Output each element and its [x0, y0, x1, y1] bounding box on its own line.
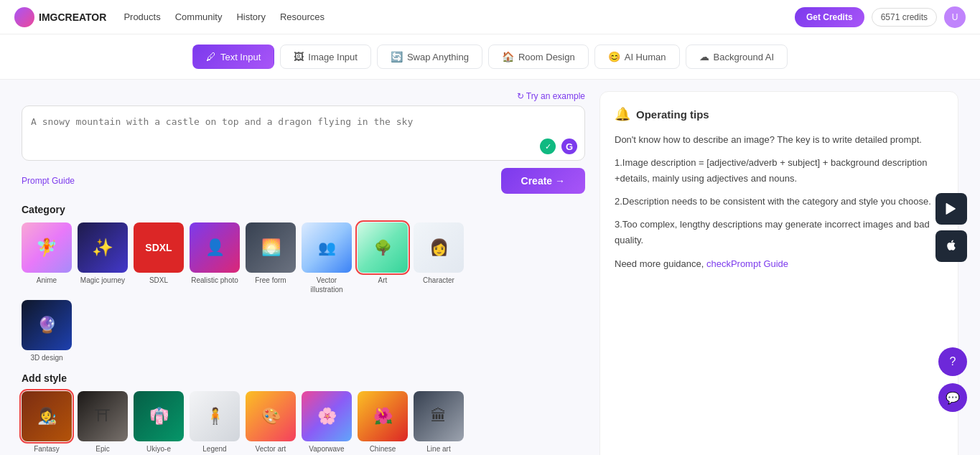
try-example-link[interactable]: ↻ Try an example — [22, 91, 585, 101]
nav-community[interactable]: Community — [175, 11, 223, 22]
category-item-realistic[interactable]: 👤 Realistic photo — [190, 222, 240, 294]
tips-guidance-link[interactable]: checkPrompt Guide — [706, 258, 788, 269]
tips-tip3: 3.Too complex, lengthy descriptions may … — [615, 217, 943, 248]
tab-image-input[interactable]: 🖼 Image Input — [280, 44, 371, 69]
category-thumb-realistic: 👤 — [190, 222, 240, 273]
category-item-magic[interactable]: ✨ Magic journey — [78, 222, 128, 294]
prompt-textarea[interactable] — [31, 115, 576, 149]
tab-text-input[interactable]: 🖊 Text Input — [192, 44, 274, 69]
style-thumb-ukiyo: 👘 — [134, 391, 184, 441]
category-label-freeform: Free form — [255, 276, 286, 285]
category-item-3d[interactable]: 🔮 3D design — [22, 300, 72, 362]
tips-content: Don't know how to describe an image? The… — [615, 132, 943, 272]
avatar-text: U — [952, 12, 958, 22]
tips-header: 🔔 Operating tips — [615, 106, 943, 122]
tips-guidance: Need more guidance, checkPrompt Guide — [615, 256, 943, 272]
prompt-create-row: Prompt Guide Create → — [22, 168, 585, 194]
style-label-legend: Legend — [202, 444, 226, 454]
category-thumb-anime: 🧚 — [22, 222, 72, 273]
category-label-3d: 3D design — [30, 353, 62, 362]
left-panel: ↻ Try an example ✓ G Prompt Guide Create… — [22, 91, 585, 455]
nav-products[interactable]: Products — [123, 11, 160, 22]
apple-icon — [945, 239, 958, 253]
style-item-epic[interactable]: ⛩ Epic — [78, 391, 128, 455]
nav-history[interactable]: History — [236, 11, 265, 22]
style-item-chinese[interactable]: 🌺 Chinese painting — [358, 391, 408, 455]
prompt-input-container: ✓ G — [22, 105, 585, 161]
style-item-lineart[interactable]: 🏛 Line art — [414, 391, 464, 455]
nav-resources[interactable]: Resources — [280, 11, 325, 22]
tab-ai-human[interactable]: 😊 AI Human — [594, 44, 680, 69]
prompt-guide-link[interactable]: Prompt Guide — [22, 176, 75, 186]
tab-image-input-icon: 🖼 — [294, 51, 304, 62]
style-thumb-legend: 🧍 — [190, 391, 240, 441]
tab-bg-ai-label: Background AI — [714, 52, 775, 62]
style-thumb-lineart: 🏛 — [414, 391, 464, 441]
category-thumb-freeform: 🌅 — [246, 222, 296, 273]
style-item-ukiyo[interactable]: 👘 Ukiyo-e — [134, 391, 184, 455]
category-item-freeform[interactable]: 🌅 Free form — [246, 222, 296, 294]
category-item-character[interactable]: 👩 Character — [414, 222, 464, 294]
category-label-sdxl: SDXL — [149, 276, 168, 285]
tab-image-input-label: Image Input — [308, 52, 358, 62]
tab-background-ai[interactable]: ☁ Background AI — [686, 44, 788, 69]
google-play-button[interactable] — [935, 193, 967, 225]
bell-icon: 🔔 — [615, 106, 630, 122]
main-layout: ↻ Try an example ✓ G Prompt Guide Create… — [0, 80, 980, 455]
logo-text: IMGCREATOR — [39, 11, 106, 23]
category-thumb-sdxl: SDXL — [134, 222, 184, 273]
category-label-magic: Magic journey — [80, 276, 125, 285]
apple-store-button[interactable] — [935, 230, 967, 262]
category-thumb-character: 👩 — [414, 222, 464, 273]
category-label-art: Art — [378, 276, 388, 285]
style-label-epic: Epic — [95, 444, 109, 454]
style-thumb-fantasy: 👩‍🎨 — [22, 391, 72, 441]
style-section-title: Add style — [22, 372, 585, 384]
category-item-sdxl[interactable]: SDXL SDXL — [134, 222, 184, 294]
tab-bg-ai-icon: ☁ — [699, 51, 709, 62]
category-section-title: Category — [22, 204, 585, 215]
avatar[interactable]: U — [944, 6, 966, 28]
style-item-legend[interactable]: 🧍 Legend — [190, 391, 240, 455]
style-label-vaporwave: Vaporwave — [309, 444, 344, 454]
style-thumb-vector-art: 🎨 — [246, 391, 296, 441]
category-item-vector[interactable]: 👥 Vector illustration — [302, 222, 352, 294]
category-thumb-magic: ✨ — [78, 222, 128, 273]
category-item-art[interactable]: 🌳 Art — [358, 222, 408, 294]
nav-links: Products Community History Resources — [123, 11, 325, 22]
tips-guidance-text: Need more guidance, — [615, 258, 706, 269]
tab-swap-anything[interactable]: 🔄 Swap Anything — [377, 44, 482, 69]
help-icon: ? — [950, 355, 956, 368]
play-store-icon — [944, 202, 958, 216]
help-button[interactable]: ? — [938, 347, 967, 376]
tab-room-icon: 🏠 — [502, 51, 514, 62]
category-label-anime: Anime — [37, 276, 57, 285]
grammar-check-icon[interactable]: ✓ — [540, 139, 556, 154]
create-button[interactable]: Create → — [501, 168, 585, 194]
category-grid: 🧚 Anime ✨ Magic journey SDXL SDXL 👤 Real… — [22, 222, 585, 294]
style-item-fantasy[interactable]: 👩‍🎨 Fantasy — [22, 391, 72, 455]
tab-room-design[interactable]: 🏠 Room Design — [488, 44, 589, 69]
tab-ai-human-label: AI Human — [625, 52, 666, 62]
style-item-vaporwave[interactable]: 🌸 Vaporwave — [302, 391, 352, 455]
style-thumb-vaporwave: 🌸 — [302, 391, 352, 441]
logo[interactable]: IMGCREATOR — [14, 7, 106, 27]
category-thumb-art: 🌳 — [358, 222, 408, 273]
get-credits-button[interactable]: Get Credits — [795, 7, 864, 27]
style-label-lineart: Line art — [426, 444, 450, 454]
category-thumb-3d: 🔮 — [22, 300, 72, 350]
category-item-anime[interactable]: 🧚 Anime — [22, 222, 72, 294]
grammarly-icon[interactable]: G — [561, 139, 577, 154]
style-item-vector-art[interactable]: 🎨 Vector art — [246, 391, 296, 455]
bottom-float-container: ? 💬 — [938, 347, 967, 412]
side-float-container — [935, 193, 967, 262]
category-label-character: Character — [423, 276, 454, 285]
tab-text-input-icon: 🖊 — [206, 51, 216, 62]
style-label-ukiyo: Ukiyo-e — [146, 444, 171, 454]
style-label-vector-art: Vector art — [256, 444, 286, 454]
tips-intro: Don't know how to describe an image? The… — [615, 132, 943, 148]
tab-swap-icon: 🔄 — [391, 51, 403, 62]
category-grid-row2: 🔮 3D design — [22, 300, 585, 362]
chat-button[interactable]: 💬 — [938, 383, 967, 412]
tab-ai-human-icon: 😊 — [608, 51, 620, 62]
